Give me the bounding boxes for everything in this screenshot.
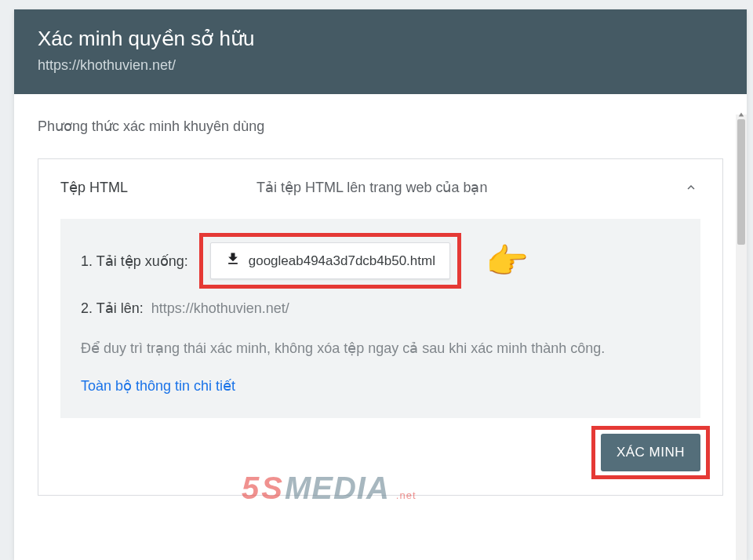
dialog-url: https://khothuvien.net/ [38,57,723,74]
pointing-hand-icon: 👉 [486,244,529,278]
verify-button[interactable]: XÁC MINH [601,434,700,471]
scrollbar-track[interactable] [736,115,747,560]
steps-container: 1. Tải tệp xuống: googleab494a3d7dcb4b50… [60,219,700,418]
dialog-content: Phương thức xác minh khuyên dùng Tệp HTM… [14,94,747,560]
html-file-method-card: Tệp HTML Tải tệp HTML lên trang web của … [38,158,723,496]
scrollbar-thumb[interactable] [737,119,745,245]
verify-button-wrap: XÁC MINH [601,434,700,471]
download-icon [225,251,241,271]
verify-button-row: XÁC MINH [60,434,700,471]
method-header-row[interactable]: Tệp HTML Tải tệp HTML lên trang web của … [60,178,700,197]
full-details-link[interactable]: Toàn bộ thông tin chi tiết [81,377,235,395]
download-filename: googleab494a3d7dcb4b50.html [249,253,435,269]
download-file-button[interactable]: googleab494a3d7dcb4b50.html [210,242,450,279]
method-name: Tệp HTML [60,179,256,196]
chevron-up-icon[interactable] [682,178,700,197]
verify-ownership-dialog: Xác minh quyền sở hữu https://khothuvien… [14,9,747,560]
method-description: Tải tệp HTML lên trang web của bạn [256,179,682,196]
scrollbar-up-arrow-icon[interactable] [736,110,747,119]
step-1-row: 1. Tải tệp xuống: googleab494a3d7dcb4b50… [81,242,680,279]
recommended-method-label: Phương thức xác minh khuyên dùng [38,118,723,135]
download-button-wrap: googleab494a3d7dcb4b50.html 👉 [210,242,450,279]
maintain-verification-note: Để duy trì trạng thái xác minh, không xó… [81,337,680,360]
dialog-title: Xác minh quyền sở hữu [38,27,723,51]
step-2-row: 2. Tải lên: https://khothuvien.net/ [81,300,680,317]
step-1-label: 1. Tải tệp xuống: [81,253,188,270]
step-2-label: 2. Tải lên: [81,300,144,317]
dialog-header: Xác minh quyền sở hữu https://khothuvien… [14,9,747,94]
step-2-url: https://khothuvien.net/ [151,300,289,317]
